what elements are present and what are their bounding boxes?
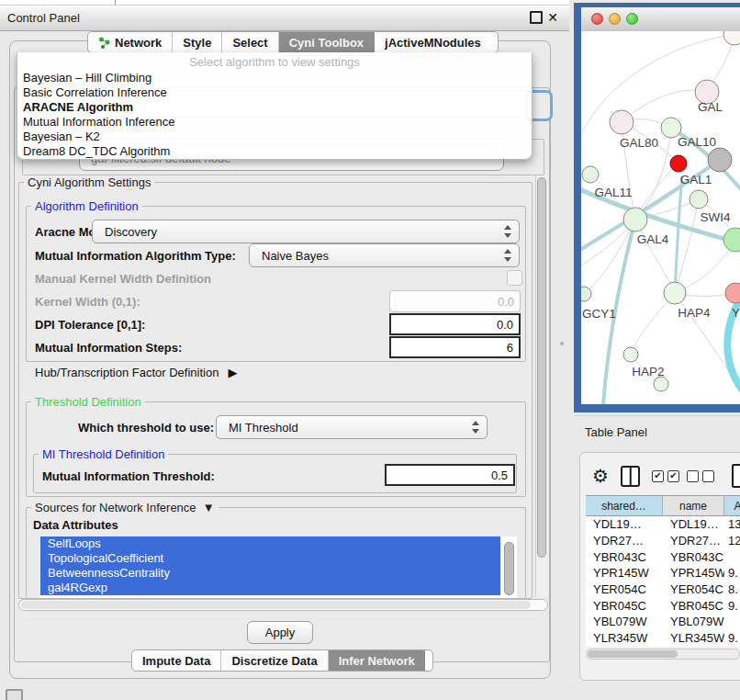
tab-label: Cyni Toolbox [289, 36, 364, 50]
node-swi4[interactable] [723, 228, 740, 252]
table-cell [724, 548, 740, 565]
checkbox-checked-icon[interactable]: ✔ [652, 470, 664, 482]
mi-algorithm-type-combo[interactable]: Naive Bayes [249, 243, 520, 267]
nodes-layer: GALGAL80GAL10GAL1GAL11GAL4SWI4GCY1HAP4YH… [581, 31, 740, 391]
algorithm-dropdown-popup: Select algorithm to view settings Bayesi… [17, 52, 533, 160]
gear-icon[interactable]: ⚙ [592, 464, 609, 488]
table-row[interactable]: YBL079WYBL079W [586, 614, 740, 630]
hub-definition-expander[interactable]: Hub/Transcription Factor Definition ▶ [35, 366, 237, 379]
node-hap2[interactable] [623, 347, 638, 362]
which-threshold-combo[interactable]: MI Threshold [216, 415, 488, 439]
table-row[interactable]: YBR045CYBR045C9. [586, 597, 740, 614]
node-unlabeled-bottom[interactable] [654, 377, 668, 391]
table-cell: YBL079W [586, 614, 663, 630]
mi-threshold-field[interactable]: 0.5 [385, 464, 515, 486]
node-hap4[interactable] [664, 282, 686, 304]
combo-arrows-icon [503, 249, 511, 262]
checkbox-unchecked-icon[interactable] [687, 470, 699, 482]
table-cell: YIL052C [663, 647, 724, 648]
table-row[interactable]: YDL19…YDL19…13 [586, 516, 740, 533]
node-gal11[interactable] [582, 166, 599, 183]
dock-icon[interactable] [6, 689, 23, 700]
dropdown-item-dream8-dc-tdc-algorithm[interactable]: Dream8 DC_TDC Algorithm [17, 144, 532, 159]
node-gray[interactable] [708, 148, 732, 172]
table-row[interactable]: YDR27…YDR27…12 [586, 533, 740, 549]
table-cell: YPR145W [663, 565, 724, 581]
table-row[interactable]: YBR043CYBR043C [586, 548, 740, 565]
table-row[interactable]: YLR345WYLR345W9. [586, 630, 740, 647]
tab-select[interactable]: Select [222, 32, 278, 52]
node-gal1-label: GAL1 [680, 173, 712, 186]
dropdown-item-mutual-information-inference[interactable]: Mutual Information Inference [17, 115, 532, 130]
attributes-list-scrollbar-thumb[interactable] [504, 542, 514, 595]
page-icon[interactable] [732, 464, 740, 488]
tab-discretize-data[interactable]: Discretize Data [221, 650, 328, 671]
apply-button[interactable]: Apply [247, 621, 313, 644]
tab-network[interactable]: Network [88, 32, 173, 52]
threshold-definition-title: Threshold Definition [31, 395, 145, 409]
table-cell: YER054C [586, 581, 663, 598]
column-header-a[interactable]: A [724, 495, 740, 516]
settings-vertical-scrollbar-thumb[interactable] [537, 177, 546, 558]
node-salmon[interactable] [725, 283, 740, 303]
table-cell: YDR27… [586, 533, 663, 549]
float-window-icon[interactable] [530, 11, 543, 24]
node-gal4[interactable] [623, 208, 647, 231]
node-gal-label: GAL [698, 100, 723, 114]
network-canvas[interactable]: GALGAL80GAL10GAL1GAL11GAL4SWI4GCY1HAP4YH… [581, 31, 740, 404]
attribute-item-selfloops[interactable]: SelfLoops [40, 536, 500, 551]
settings-horizontal-scrollbar-thumb[interactable] [21, 601, 531, 609]
table-horizontal-scrollbar-thumb[interactable] [588, 650, 678, 658]
which-threshold-label: Which threshold to use: [78, 421, 214, 435]
attribute-item-betweennesscentrality[interactable]: BetweennessCentrality [40, 566, 500, 581]
table-cell: 9. [724, 630, 740, 647]
checkbox-checked-icon[interactable]: ✔ [667, 470, 679, 482]
close-traffic-light-icon[interactable] [591, 13, 603, 25]
network-graph[interactable]: GALGAL80GAL10GAL1GAL11GAL4SWI4GCY1HAP4YH… [581, 31, 740, 404]
attribute-item-gal4rgexp[interactable]: gal4RGexp [40, 581, 500, 595]
expander-right-triangle-icon: ▶ [228, 366, 237, 379]
node-gal1[interactable] [670, 155, 687, 172]
node-gcy1[interactable] [581, 287, 591, 301]
dropdown-item-bayesian-hill-climbing[interactable]: Bayesian – Hill Climbing [17, 71, 532, 85]
node-unlabeled-mid[interactable] [690, 190, 708, 209]
sources-title[interactable]: Sources for Network Inference ▼ [31, 501, 219, 514]
table-cell: YER054C [663, 581, 724, 598]
table-cell: 13 [724, 516, 740, 533]
table-row[interactable]: YPR145WYPR145W9. [586, 565, 740, 581]
sources-title-label: Sources for Network Inference [35, 501, 196, 514]
network-window-titlebar[interactable] [581, 7, 740, 32]
dropdown-item-aracne-algorithm[interactable]: ARACNE Algorithm [17, 100, 532, 115]
node-unlabeled-topright[interactable] [723, 31, 740, 45]
checkbox-unchecked-icon[interactable] [702, 470, 714, 482]
minimize-traffic-light-icon[interactable] [609, 13, 621, 25]
tab-label: Discretize Data [231, 654, 317, 668]
column-header-name[interactable]: name [663, 495, 724, 516]
attribute-item-topologicalcoefficient[interactable]: TopologicalCoefficient [40, 551, 500, 566]
dropdown-item-bayesian-k2[interactable]: Bayesian – K2 [17, 130, 532, 144]
dropdown-item-basic-correlation-inference[interactable]: Basic Correlation Inference [17, 85, 532, 100]
mi-algorithm-type-value: Naive Bayes [262, 244, 329, 266]
table-cell: YBR043C [586, 548, 663, 565]
tab-cyni-toolbox[interactable]: Cyni Toolbox [279, 32, 375, 52]
close-icon[interactable]: ✕ [544, 6, 561, 30]
zoom-traffic-light-icon[interactable] [626, 13, 638, 25]
columns-icon[interactable] [621, 466, 640, 487]
aracne-mode-combo[interactable]: Discovery [92, 220, 520, 243]
node-salmon-label: Y [732, 306, 740, 320]
table-cell: YPR145W [586, 565, 663, 581]
column-header-shared[interactable]: shared… [586, 495, 663, 516]
tab-impute-data[interactable]: Impute Data [132, 650, 221, 671]
table-cell: YIL052C [586, 647, 663, 648]
table-row[interactable]: YIL052CYIL052C9 [586, 647, 740, 648]
mi-steps-field[interactable]: 6 [389, 336, 521, 358]
table-cell: YDR27… [663, 533, 724, 549]
node-gal80[interactable] [610, 110, 633, 134]
table-cell [724, 614, 740, 630]
dpi-tolerance-field[interactable]: 0.0 [389, 313, 521, 335]
table-row[interactable]: YER054CYER054C8. [586, 581, 740, 598]
tab-style[interactable]: Style [173, 32, 222, 52]
tab-infer-network[interactable]: Infer Network [329, 650, 425, 671]
tab-jactivemnodules[interactable]: jActiveMNodules [375, 32, 491, 52]
panel-splitter-grip[interactable] [560, 342, 564, 345]
